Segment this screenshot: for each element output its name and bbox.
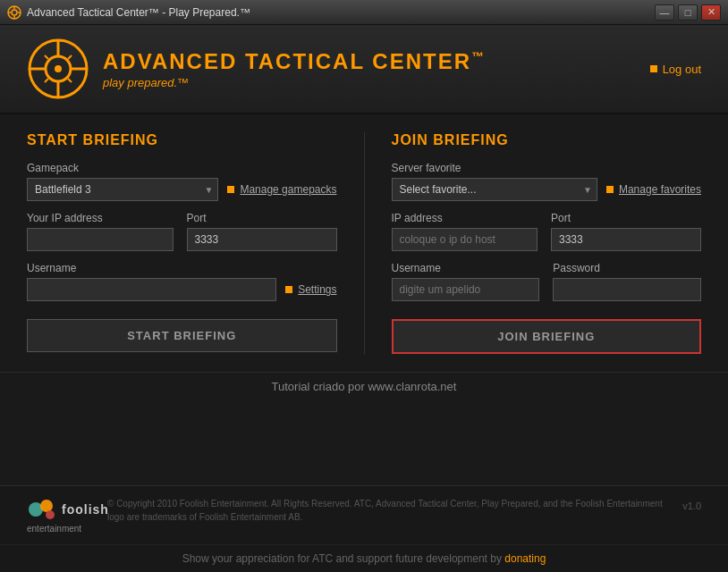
manage-favorites-link[interactable]: Manage favorites [619, 183, 701, 196]
footer-version: v1.0 [682, 497, 701, 511]
join-ip-input[interactable] [392, 228, 538, 251]
manage-favorites-icon [606, 186, 614, 193]
join-password-field-group: Password [553, 262, 701, 301]
maximize-button[interactable]: □ [678, 4, 698, 21]
svg-line-16 [68, 79, 72, 82]
start-briefing-button[interactable]: START BRIEFING [27, 319, 337, 352]
footer-logo: foolish entertainment [27, 497, 89, 534]
server-fav-select[interactable]: Select favorite... [392, 178, 597, 201]
footer-copyright: © Copyright 2010 Foolish Entertainment. … [107, 497, 665, 524]
manage-gamepacks-link[interactable]: Manage gamepacks [240, 183, 336, 196]
join-briefing-panel: JOIN BRIEFING Server favorite Select fav… [392, 132, 702, 354]
gamepack-field-row: Gamepack Battlefield 3 Manage gamepacks [27, 162, 337, 201]
join-port-field-group: Port [551, 212, 701, 251]
join-ip-port-row: IP address Port [392, 212, 702, 251]
join-user-pass-row: Username Password [392, 262, 702, 301]
settings-row: Settings [285, 283, 336, 296]
port-field-group: Port [187, 212, 337, 251]
close-button[interactable]: ✕ [701, 4, 721, 21]
port-input[interactable] [187, 228, 337, 251]
ip-label: Your IP address [27, 212, 174, 224]
svg-point-18 [40, 500, 53, 512]
donate-text: Show your appreciation for ATC and suppo… [182, 552, 502, 565]
minimize-button[interactable]: — [655, 4, 674, 21]
foolish-name: foolish [62, 502, 109, 517]
foolish-logo: foolish entertainment [27, 497, 89, 534]
start-briefing-title: START BRIEFING [27, 132, 337, 148]
ip-field-group: Your IP address [27, 212, 174, 251]
title-bar-controls: — □ ✕ [655, 4, 721, 21]
header: ADVANCED TACTICAL CENTER™ play prepared.… [0, 25, 728, 114]
logo-area: ADVANCED TACTICAL CENTER™ play prepared.… [27, 38, 486, 100]
join-username-label: Username [392, 262, 540, 274]
title-bar-left: Advanced Tactical Center™ - Play Prepare… [7, 5, 250, 20]
manage-gamepacks-row: Manage gamepacks [227, 183, 336, 196]
logout-area[interactable]: Log out [650, 63, 701, 76]
manage-gamepacks-icon [227, 186, 234, 193]
logout-icon [650, 65, 657, 72]
svg-point-1 [12, 10, 17, 15]
join-port-label: Port [551, 212, 701, 224]
username-label: Username [27, 262, 337, 274]
username-input[interactable] [27, 278, 276, 301]
manage-favorites-row: Manage favorites [606, 183, 701, 196]
join-port-input[interactable] [551, 228, 701, 251]
footer-donate: Show your appreciation for ATC and suppo… [0, 544, 728, 572]
footer-main: foolish entertainment © Copyright 2010 F… [0, 486, 728, 544]
tutorial-bar: Tutorial criado por www.clanrota.net [0, 372, 728, 400]
start-briefing-panel: START BRIEFING Gamepack Battlefield 3 Ma… [27, 132, 337, 354]
panel-divider [364, 132, 365, 354]
server-fav-field-row: Server favorite Select favorite... Manag… [392, 162, 702, 201]
join-username-field-group: Username [392, 262, 540, 301]
server-fav-select-wrapper: Select favorite... [392, 178, 597, 201]
join-briefing-title: JOIN BRIEFING [392, 132, 702, 148]
main-content: START BRIEFING Gamepack Battlefield 3 Ma… [0, 114, 728, 372]
logo-subtitle: play prepared.™ [103, 76, 486, 89]
svg-line-15 [45, 79, 48, 82]
gamepack-label: Gamepack [27, 162, 337, 174]
logo-text: ADVANCED TACTICAL CENTER™ play prepared.… [103, 49, 486, 89]
tutorial-text: Tutorial criado por www.clanrota.net [272, 380, 457, 393]
join-briefing-button[interactable]: JOIN BRIEFING [392, 319, 702, 354]
gamepack-select[interactable]: Battlefield 3 [27, 178, 218, 201]
foolish-sub: entertainment [27, 524, 81, 534]
join-password-input[interactable] [553, 278, 701, 301]
join-username-input[interactable] [392, 278, 540, 301]
footer: foolish entertainment © Copyright 2010 F… [0, 485, 728, 572]
foolish-icon [27, 497, 58, 522]
settings-link[interactable]: Settings [298, 283, 336, 296]
app-icon [7, 5, 21, 20]
ip-input[interactable] [27, 228, 174, 251]
title-bar: Advanced Tactical Center™ - Play Prepare… [0, 0, 728, 25]
ip-port-row: Your IP address Port [27, 212, 337, 251]
join-ip-label: IP address [392, 212, 538, 224]
server-fav-label: Server favorite [392, 162, 702, 174]
svg-line-13 [45, 55, 48, 59]
logo-icon [27, 38, 89, 100]
logout-label[interactable]: Log out [663, 63, 701, 76]
svg-point-8 [55, 65, 62, 72]
username-field-row: Username Settings [27, 262, 337, 301]
svg-point-19 [46, 510, 55, 519]
settings-icon [285, 286, 292, 293]
logo-title: ADVANCED TACTICAL CENTER™ [103, 49, 486, 74]
foolish-top: foolish [27, 497, 109, 522]
svg-line-14 [68, 55, 72, 59]
gamepack-select-wrapper: Battlefield 3 [27, 178, 218, 201]
window-title: Advanced Tactical Center™ - Play Prepare… [27, 6, 250, 19]
join-ip-field-group: IP address [392, 212, 538, 251]
join-password-label: Password [553, 262, 701, 274]
donate-link[interactable]: donating [504, 552, 546, 565]
port-label: Port [187, 212, 337, 224]
